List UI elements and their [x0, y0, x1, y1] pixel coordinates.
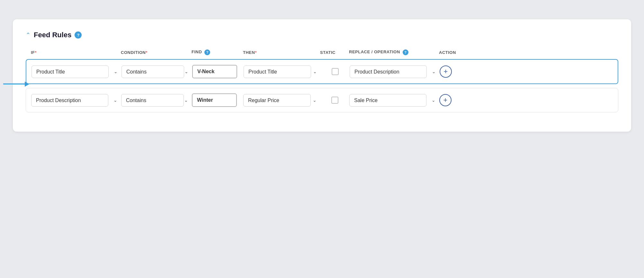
then-select-wrapper-2: Product Title Product Description Regula…	[243, 94, 320, 107]
table-header: IF* CONDITION* FIND ? THEN* STATIC REPLA…	[26, 49, 618, 55]
action-wrapper-2: +	[439, 94, 471, 106]
find-input-2[interactable]	[192, 93, 237, 107]
static-checkbox-wrapper-1	[321, 68, 350, 75]
action-wrapper-1: +	[440, 65, 472, 78]
replace-dropdown-arrow-2: ⌄	[432, 98, 435, 103]
if-dropdown-arrow-2: ⌄	[113, 98, 117, 103]
col-condition: CONDITION*	[121, 50, 192, 55]
find-wrapper-2	[192, 93, 243, 107]
col-find: FIND ?	[192, 49, 243, 55]
col-replace: REPLACE / OPERATION ?	[349, 49, 439, 55]
col-action: ACTION	[439, 50, 471, 55]
condition-select-1[interactable]: Contains Does Not Contain Equals Starts …	[121, 65, 184, 78]
replace-select-wrapper-2: Product Description Product Title Regula…	[349, 94, 439, 107]
static-checkbox-2[interactable]	[331, 97, 338, 104]
static-checkbox-wrapper-2	[320, 97, 349, 104]
replace-select-2[interactable]: Product Description Product Title Regula…	[349, 94, 426, 107]
plus-circle-2: +	[439, 94, 452, 106]
if-select-wrapper-1: Product Title Product Description Regula…	[31, 65, 121, 78]
replace-select-wrapper-1: Product Description Product Title Regula…	[350, 65, 440, 78]
help-icon[interactable]: ?	[75, 31, 82, 39]
condition-select-wrapper-2: Contains Does Not Contain Equals Starts …	[121, 94, 192, 107]
col-then: THEN*	[243, 50, 320, 55]
arrow-annotation	[3, 83, 29, 84]
then-dropdown-arrow-2: ⌄	[313, 98, 317, 103]
static-checkbox-1[interactable]	[332, 68, 339, 75]
find-wrapper-1	[192, 65, 244, 78]
replace-dropdown-arrow-1: ⌄	[432, 69, 436, 74]
rule-row: Product Title Product Description Regula…	[26, 59, 618, 84]
find-input-1[interactable]	[192, 65, 237, 78]
card-title: Feed Rules	[34, 31, 71, 39]
replace-select-1[interactable]: Product Description Product Title Regula…	[350, 65, 427, 78]
if-select-1[interactable]: Product Title Product Description Regula…	[31, 65, 109, 78]
then-select-1[interactable]: Product Title Product Description Regula…	[244, 65, 311, 78]
rule-row-2: Product Title Product Description Regula…	[26, 88, 618, 112]
condition-select-wrapper-1: Contains Does Not Contain Equals Starts …	[121, 65, 192, 78]
replace-help-icon[interactable]: ?	[403, 49, 408, 55]
condition-dropdown-arrow-2: ⌄	[184, 98, 188, 103]
collapse-icon[interactable]: ⌃	[26, 31, 31, 39]
condition-dropdown-arrow-1: ⌄	[184, 69, 188, 74]
if-select-wrapper-2: Product Title Product Description Regula…	[31, 94, 121, 107]
add-rule-button-1[interactable]: +	[440, 65, 452, 78]
plus-circle-1: +	[440, 65, 452, 78]
condition-select-2[interactable]: Contains Does Not Contain Equals Starts …	[121, 94, 184, 107]
add-rule-button-2[interactable]: +	[439, 94, 452, 106]
then-dropdown-arrow-1: ⌄	[313, 69, 317, 74]
feed-rules-card: ⌃ Feed Rules ? IF* CONDITION* FIND ? THE…	[13, 19, 631, 132]
if-select-2[interactable]: Product Title Product Description Regula…	[31, 94, 108, 107]
card-header: ⌃ Feed Rules ?	[26, 31, 618, 39]
then-select-wrapper-1: Product Title Product Description Regula…	[244, 65, 321, 78]
if-dropdown-arrow-1: ⌄	[114, 69, 118, 74]
arrow-line	[3, 83, 29, 84]
col-static: STATIC	[320, 50, 349, 55]
col-if: IF*	[31, 50, 121, 55]
then-select-2[interactable]: Product Title Product Description Regula…	[243, 94, 311, 107]
find-help-icon[interactable]: ?	[204, 49, 210, 55]
